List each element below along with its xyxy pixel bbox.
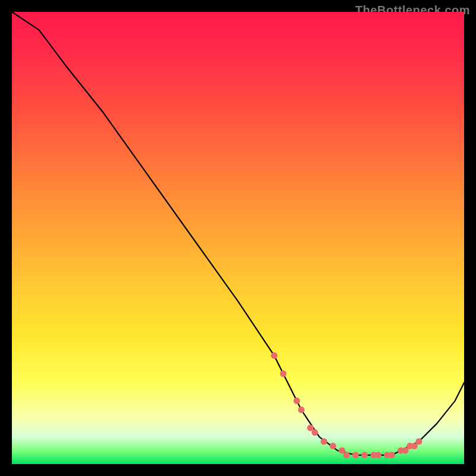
marker-point — [293, 397, 300, 404]
marker-point — [280, 371, 287, 377]
marker-point — [416, 439, 422, 445]
marker-point — [343, 452, 350, 458]
marker-point — [298, 406, 305, 413]
marker-point — [321, 439, 327, 445]
marker-point — [271, 352, 277, 359]
marker-point — [375, 452, 381, 458]
chart-svg — [12, 12, 464, 464]
markers-group — [271, 352, 422, 458]
marker-point — [361, 452, 368, 458]
chart-stage: TheBottleneck.com — [0, 0, 476, 476]
marker-point — [330, 443, 336, 449]
marker-point — [389, 452, 395, 458]
marker-point — [352, 452, 359, 458]
curve-line — [12, 12, 464, 455]
marker-point — [312, 429, 318, 436]
plot-area — [12, 12, 464, 464]
